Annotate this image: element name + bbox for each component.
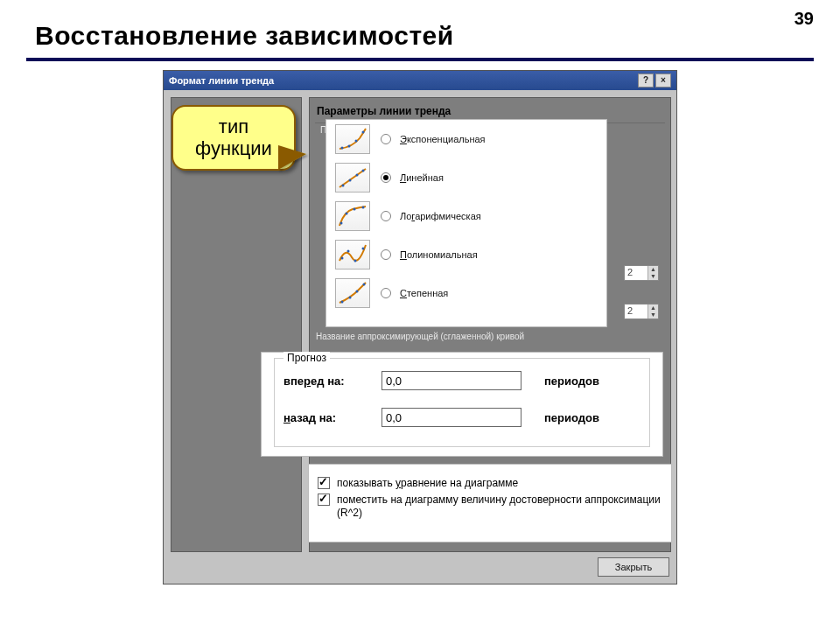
right-pane-heading: Параметры линии тренда <box>317 105 663 117</box>
close-button[interactable]: Закрыть <box>598 557 669 577</box>
page-number: 39 <box>794 9 814 29</box>
titlebar: Формат линии тренда ? × <box>164 71 676 90</box>
order-spinner-2[interactable]: 2 ▲▼ <box>624 304 659 319</box>
svg-point-9 <box>340 222 343 225</box>
trend-type-label: Полиномиальная <box>400 249 478 260</box>
help-button[interactable]: ? <box>638 74 654 88</box>
spinner-arrows-icon[interactable]: ▲▼ <box>648 266 658 280</box>
window-title: Формат линии тренда <box>169 75 274 86</box>
svg-point-3 <box>362 131 365 134</box>
forecast-backward-row: назад на: периодов <box>284 402 640 432</box>
callout-line: тип <box>177 116 290 137</box>
svg-point-16 <box>362 248 365 250</box>
linear-thumb-icon <box>335 163 370 192</box>
svg-point-5 <box>342 185 345 187</box>
checkbox-icon[interactable] <box>318 477 330 489</box>
radio-icon[interactable] <box>381 134 391 144</box>
check-label: поместить на диаграмму величину достовер… <box>337 494 662 520</box>
svg-point-14 <box>347 250 350 253</box>
svg-point-17 <box>341 301 344 304</box>
forecast-forward-row: вперед на: периодов <box>284 366 640 396</box>
svg-point-7 <box>356 174 359 177</box>
forward-label: вперед на: <box>284 374 382 388</box>
page-title: Восстановление зависимостей <box>35 21 840 51</box>
poly-thumb-icon <box>335 240 370 270</box>
log-thumb-icon <box>335 201 370 231</box>
svg-point-0 <box>341 147 344 150</box>
forecast-legend: Прогноз <box>284 352 330 364</box>
trend-type-power[interactable]: Степенная <box>326 274 606 312</box>
close-window-button[interactable]: × <box>655 74 671 88</box>
power-thumb-icon <box>335 278 370 308</box>
forward-input[interactable] <box>382 371 522 390</box>
check-show-equation[interactable]: показывать уравнение на диаграмме <box>318 477 662 490</box>
svg-point-20 <box>363 284 366 286</box>
checkbox-icon[interactable] <box>318 494 330 506</box>
callout-tail-icon <box>280 147 306 168</box>
radio-icon[interactable] <box>381 172 391 183</box>
backward-unit: периодов <box>544 411 599 424</box>
trend-type-label: Экспоненциальная <box>400 134 486 144</box>
radio-icon[interactable] <box>381 249 391 260</box>
svg-point-12 <box>362 206 365 209</box>
svg-point-6 <box>349 179 352 182</box>
svg-point-11 <box>354 208 356 211</box>
forward-unit: периодов <box>544 374 599 388</box>
svg-point-19 <box>356 290 359 293</box>
svg-point-13 <box>341 257 344 260</box>
order-spinner-1[interactable]: 2 ▲▼ <box>624 265 659 281</box>
exponential-thumb-icon <box>335 124 370 154</box>
spinner-arrows-icon[interactable]: ▲▼ <box>648 304 658 318</box>
trend-types-panel: Экспоненциальная Линейная Логарифмическа… <box>326 119 607 327</box>
backward-input[interactable] <box>382 408 522 427</box>
trend-type-label: Степенная <box>400 288 448 298</box>
forecast-panel: Прогноз вперед на: периодов назад на: пе… <box>261 352 663 457</box>
trend-type-label: Логарифмическая <box>400 211 481 221</box>
checkbox-panel: показывать уравнение на диаграмме помест… <box>308 464 672 542</box>
check-show-r2[interactable]: поместить на диаграмму величину достовер… <box>318 494 662 520</box>
title-rule <box>26 58 814 61</box>
check-label: показывать уравнение на диаграмме <box>337 477 518 490</box>
svg-point-15 <box>354 260 357 262</box>
svg-point-18 <box>349 297 352 299</box>
trend-type-label: Линейная <box>400 172 444 183</box>
backward-label: назад на: <box>284 411 382 424</box>
trend-type-poly[interactable]: Полиномиальная <box>326 235 606 274</box>
callout-line: функции <box>177 137 290 159</box>
svg-point-1 <box>348 145 351 148</box>
svg-point-2 <box>355 140 358 143</box>
stage: Формат линии тренда ? × Тень Параметры л… <box>163 70 677 584</box>
trend-type-linear[interactable]: Линейная <box>326 158 606 197</box>
radio-icon[interactable] <box>381 211 391 221</box>
callout-box: тип функции <box>172 105 296 171</box>
svg-point-8 <box>362 170 365 172</box>
callout-function-type: тип функции <box>172 105 296 171</box>
named-curve-label: Название аппроксимирующей (сглаженной) к… <box>316 332 524 341</box>
radio-icon[interactable] <box>381 288 391 298</box>
trend-type-log[interactable]: Логарифмическая <box>326 197 606 235</box>
svg-point-10 <box>346 213 348 215</box>
forecast-fieldset: Прогноз вперед на: периодов назад на: пе… <box>274 358 650 447</box>
trend-type-exponential[interactable]: Экспоненциальная <box>326 120 606 158</box>
